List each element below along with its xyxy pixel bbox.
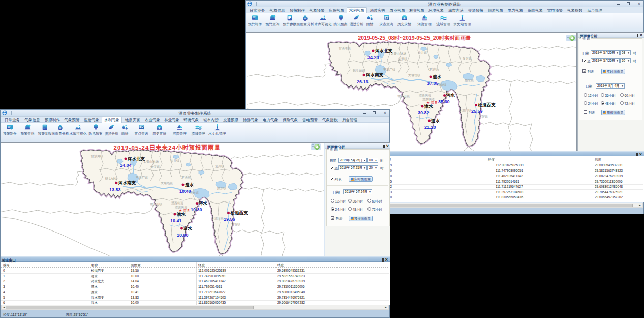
svg-text:官垸镇: 官垸镇 bbox=[231, 222, 240, 226]
svg-text:码头铺镇: 码头铺镇 bbox=[353, 69, 365, 72]
svg-text:城头山镇: 城头山镇 bbox=[150, 203, 162, 206]
svg-text:涔水: 涔水 bbox=[446, 93, 455, 98]
svg-text:25.59: 25.59 bbox=[471, 109, 483, 114]
svg-text:26.13: 26.13 bbox=[357, 79, 369, 84]
svg-text:复兴镇: 复兴镇 bbox=[215, 164, 224, 168]
svg-text:涔水南支: 涔水南支 bbox=[365, 72, 384, 77]
svg-text:小渡口镇: 小渡口镇 bbox=[211, 216, 224, 220]
svg-text:道水: 道水 bbox=[183, 226, 193, 231]
svg-text:甘溪滩镇: 甘溪滩镇 bbox=[91, 154, 103, 158]
svg-text:金罗镇: 金罗镇 bbox=[397, 57, 407, 61]
svg-text:澹水: 澹水 bbox=[424, 104, 434, 109]
svg-text:松滋西支: 松滋西支 bbox=[478, 102, 496, 107]
svg-text:盐井镇: 盐井镇 bbox=[170, 159, 179, 162]
svg-text:澧西街道: 澧西街道 bbox=[171, 201, 183, 205]
svg-text:10.00: 10.00 bbox=[177, 233, 189, 238]
svg-text:澧西街道: 澧西街道 bbox=[419, 94, 431, 97]
svg-text:35.30: 35.30 bbox=[438, 99, 450, 104]
svg-text:30.82: 30.82 bbox=[418, 110, 430, 115]
svg-text:大堰垱镇: 大堰垱镇 bbox=[408, 73, 420, 77]
svg-text:涔南镇: 涔南镇 bbox=[190, 191, 199, 194]
svg-text:10.30: 10.30 bbox=[191, 207, 202, 212]
svg-text:涔水北支: 涔水北支 bbox=[127, 156, 145, 161]
svg-text:10.41: 10.41 bbox=[170, 218, 182, 223]
svg-text:涔南镇: 涔南镇 bbox=[437, 83, 446, 86]
svg-text:梦溪镇: 梦溪镇 bbox=[181, 175, 191, 179]
svg-text:10.40: 10.40 bbox=[179, 189, 191, 194]
svg-text:19.56: 19.56 bbox=[224, 217, 235, 222]
svg-text:城头山镇: 城头山镇 bbox=[397, 95, 410, 98]
svg-text:涔水: 涔水 bbox=[198, 200, 208, 206]
svg-text:王家厂镇: 王家厂镇 bbox=[383, 68, 395, 71]
svg-text:13.83: 13.83 bbox=[109, 187, 121, 192]
svg-text:涔水南支: 涔水南支 bbox=[118, 180, 136, 185]
svg-text:澧水: 澧水 bbox=[432, 74, 442, 79]
svg-text:涔水北支: 涔水北支 bbox=[375, 48, 393, 53]
svg-text:37.05: 37.05 bbox=[427, 81, 439, 86]
svg-text:21.20: 21.20 bbox=[424, 125, 436, 130]
svg-text:大堰垱镇: 大堰垱镇 bbox=[161, 181, 173, 185]
svg-text:34.20: 34.20 bbox=[367, 55, 379, 60]
svg-text:小渡口镇: 小渡口镇 bbox=[459, 108, 471, 112]
svg-text:梦溪镇: 梦溪镇 bbox=[428, 67, 438, 71]
svg-text:如东镇: 如东镇 bbox=[465, 78, 474, 82]
svg-text:太青山林场: 太青山林场 bbox=[391, 52, 406, 56]
svg-text:澧水: 澧水 bbox=[185, 182, 194, 187]
svg-text:码头铺镇: 码头铺镇 bbox=[105, 177, 117, 180]
svg-text:王家厂镇: 王家厂镇 bbox=[135, 176, 148, 179]
svg-text:金罗镇: 金罗镇 bbox=[150, 165, 160, 168]
svg-text:官垸镇: 官垸镇 bbox=[479, 114, 488, 119]
svg-text:14.04: 14.04 bbox=[120, 163, 132, 168]
svg-text:如东镇: 如东镇 bbox=[217, 186, 226, 190]
svg-text:松滋西支: 松滋西支 bbox=[230, 210, 249, 215]
svg-text:甘溪滩镇: 甘溪滩镇 bbox=[339, 46, 351, 50]
svg-text:复兴镇: 复兴镇 bbox=[463, 56, 472, 61]
svg-text:盐井镇: 盐井镇 bbox=[418, 51, 427, 54]
svg-text:澹水: 澹水 bbox=[176, 212, 186, 217]
svg-text:道水: 道水 bbox=[431, 118, 440, 123]
svg-text:太青山林场: 太青山林场 bbox=[143, 160, 159, 164]
